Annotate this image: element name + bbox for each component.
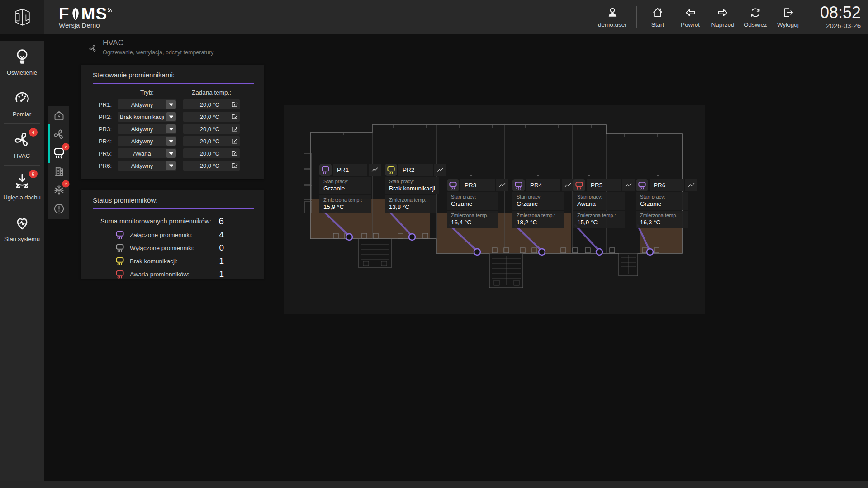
sidebar-item-pomiar[interactable]: Pomiar <box>0 82 44 123</box>
heaters-badge: 2 <box>62 143 69 150</box>
building-icon <box>53 166 65 178</box>
trend-chart-icon[interactable] <box>434 164 446 176</box>
nav-logout-button[interactable]: Wyloguj <box>772 6 804 28</box>
status-panel-title: Status promienników: <box>93 196 264 204</box>
trend-chart-icon[interactable] <box>685 179 697 191</box>
mode-select-pr1[interactable]: Aktywny <box>118 99 176 109</box>
mode-select-pr2[interactable]: Brak komunikacji <box>118 112 176 122</box>
heater-card-pr3: PR3 Stan pracy: Grzanie Zmierzona temp.:… <box>447 179 508 228</box>
nav-refresh-label: Odswiez <box>744 21 767 28</box>
state-value: Awaria <box>577 200 621 207</box>
state-value: Brak komunikacji <box>389 185 435 192</box>
mode-select-pr5[interactable]: Awaria <box>118 148 176 158</box>
trend-chart-icon[interactable] <box>369 164 381 176</box>
temp-row: Zmierzona temp.: 15,9 °C <box>573 211 625 228</box>
status-row-nocomm: Brak komunikacji: 1 <box>115 256 224 266</box>
home-icon <box>651 6 664 19</box>
edit-icon[interactable] <box>230 150 240 157</box>
trend-chart-icon[interactable] <box>562 179 574 191</box>
fan-icon <box>89 44 97 53</box>
status-total-value: 6 <box>218 216 224 227</box>
rail-item-ventilation[interactable] <box>48 125 69 143</box>
status-row-label: Wyłączone promienniki: <box>130 245 194 251</box>
chevron-down-icon[interactable] <box>166 100 176 109</box>
setpoint-field-pr4[interactable]: 20,0 °C <box>183 136 240 146</box>
status-row-value: 1 <box>219 256 224 266</box>
topbar-divider <box>809 6 809 28</box>
top-bar: F MS Wersja Demo demo.user Start Powrot … <box>0 0 868 34</box>
nav-start-button[interactable]: Start <box>641 6 674 28</box>
heater-id: PR5 <box>587 179 621 191</box>
rail-item-building[interactable] <box>48 162 69 180</box>
edit-icon[interactable] <box>230 101 240 108</box>
heater-id: PR6 <box>650 179 684 191</box>
hvac-sub-rail: 2 2 <box>48 106 69 219</box>
chevron-down-icon[interactable] <box>166 124 176 133</box>
rail-item-alarms[interactable] <box>48 199 69 218</box>
state-row: Stan pracy: Grzanie <box>512 192 564 210</box>
temp-value: 15,9 °C <box>577 219 621 226</box>
sidebar-item-stan-systemu[interactable]: Stan systemu <box>0 207 44 248</box>
trend-chart-icon[interactable] <box>496 179 508 191</box>
temp-value: 15,9 °C <box>323 204 367 210</box>
horizontal-scrollbar[interactable] <box>0 481 868 488</box>
nav-refresh-button[interactable]: Odswiez <box>739 6 772 28</box>
app-logo-box[interactable] <box>0 0 44 34</box>
panel-title-rule <box>93 83 254 84</box>
mode-select-pr3[interactable]: Aktywny <box>118 124 176 134</box>
row-label-pr2: PR2: <box>90 114 118 120</box>
row-label-pr5: PR5: <box>90 150 118 157</box>
heater-icon <box>636 179 648 191</box>
setpoint-field-pr6[interactable]: 20,0 °C <box>183 161 240 171</box>
heater-card-pr5: PR5 Stan pracy: Awaria Zmierzona temp.: … <box>573 179 635 228</box>
person-icon <box>606 6 619 19</box>
chevron-down-icon[interactable] <box>166 149 176 158</box>
heater-control-table: Tryb: Zadana temp.: PR1: Aktywny 20,0 °C… <box>90 89 264 171</box>
state-row: Stan pracy: Brak komunikacji <box>385 177 439 194</box>
edit-icon[interactable] <box>230 125 240 133</box>
chevron-down-icon[interactable] <box>166 112 176 121</box>
sidebar-item-oswietlenie[interactable]: Oświetlenie <box>0 41 44 82</box>
panel-title-rule <box>93 208 254 209</box>
sidebar-item-hvac[interactable]: 4 HVAC <box>0 124 44 165</box>
heater-card-pr2: PR2 Stan pracy: Brak komunikacji Zmierzo… <box>385 164 446 213</box>
sidebar-item-label: HVAC <box>14 152 30 159</box>
setpoint-field-pr3[interactable]: 20,0 °C <box>183 124 240 134</box>
setpoint-field-pr1[interactable]: 20,0 °C <box>183 99 240 109</box>
temp-row: Zmierzona temp.: 16,3 °C <box>636 211 688 228</box>
topbar-divider <box>636 6 637 28</box>
state-value: Grzanie <box>451 200 494 207</box>
setpoint-field-pr2[interactable]: 20,0 °C <box>183 112 240 122</box>
rail-item-energy[interactable] <box>48 107 69 125</box>
mode-select-pr4[interactable]: Aktywny <box>118 136 176 146</box>
state-label: Stan pracy: <box>517 194 560 199</box>
mode-value: Aktywny <box>118 138 166 145</box>
heater-id: PR4 <box>526 179 560 191</box>
temp-value: 18,2 °C <box>517 219 560 226</box>
rail-item-heaters[interactable]: 2 <box>48 144 69 162</box>
state-row: Stan pracy: Grzanie <box>636 192 688 210</box>
chevron-down-icon[interactable] <box>166 137 176 146</box>
edit-icon[interactable] <box>230 137 240 145</box>
edit-icon[interactable] <box>230 113 240 120</box>
mode-select-pr6[interactable]: Aktywny <box>118 161 176 171</box>
brand-name: F MS <box>59 5 114 23</box>
edit-icon[interactable] <box>230 162 240 169</box>
logout-icon <box>782 6 794 19</box>
user-menu[interactable]: demo.user <box>593 6 632 28</box>
heater-icon <box>319 164 332 176</box>
status-row-fault: Awaria promienników: 1 <box>115 269 224 279</box>
chevron-down-icon[interactable] <box>166 161 176 170</box>
nav-back-button[interactable]: Powrot <box>674 6 707 28</box>
setpoint-value: 20,0 °C <box>183 162 230 169</box>
sidebar-item-ugiecia-dachu[interactable]: 6 Ugięcia dachu <box>0 166 44 207</box>
heater-id: PR1 <box>333 164 367 176</box>
fan-icon <box>53 128 65 141</box>
setpoint-field-pr5[interactable]: 20,0 °C <box>183 148 240 158</box>
heater-card-pr4: PR4 Stan pracy: Grzanie Zmierzona temp.:… <box>512 179 574 228</box>
rail-item-cooling[interactable]: 2 <box>48 181 69 199</box>
nav-logout-label: Wyloguj <box>777 21 799 28</box>
nav-forward-button[interactable]: Naprzod <box>707 6 739 28</box>
trend-chart-icon[interactable] <box>622 179 635 191</box>
state-label: Stan pracy: <box>577 194 621 199</box>
